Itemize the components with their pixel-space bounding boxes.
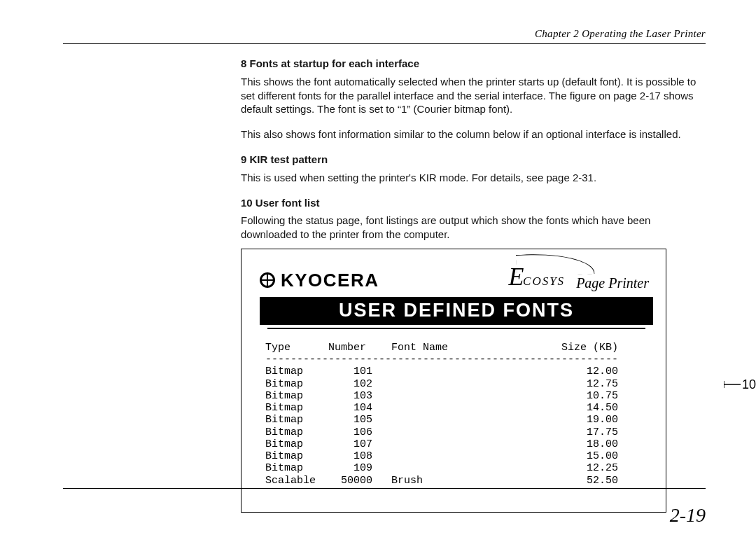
ecosys-logo: ECOSYS xyxy=(509,262,566,291)
body-text: 8 Fonts at startup for each interface Th… xyxy=(241,57,703,242)
bottom-rule xyxy=(63,488,706,489)
section-10-para-1: Following the status page, font listings… xyxy=(241,214,703,242)
kyocera-logo: KYOCERA xyxy=(260,270,379,291)
kyocera-wordmark: KYOCERA xyxy=(281,270,379,291)
section-10-heading: 10 User font list xyxy=(241,196,703,210)
under-rule xyxy=(267,328,645,329)
section-8-para-2: This also shows font information similar… xyxy=(241,127,703,141)
ecosys-block: ECOSYS Page Printer xyxy=(509,262,649,291)
callout-10: 10 xyxy=(724,377,756,392)
section-9-heading: 9 KIR test pattern xyxy=(241,153,703,167)
kyocera-mark-icon xyxy=(260,272,275,288)
top-rule xyxy=(63,43,706,44)
section-8-heading: 8 Fonts at startup for each interface xyxy=(241,57,703,71)
printout-panel: KYOCERA ECOSYS Page Printer USER DEFINED… xyxy=(241,249,666,513)
user-font-list-figure-wrap: KYOCERA ECOSYS Page Printer USER DEFINED… xyxy=(241,249,711,513)
ecosys-cap-e: E xyxy=(509,262,525,291)
page-number: 2-19 xyxy=(670,504,706,527)
ecosys-rest: COSYS xyxy=(523,275,565,289)
page-printer-label: Page Printer xyxy=(576,275,649,291)
user-font-table: Type Number Font Name Size (KB) --------… xyxy=(265,342,653,487)
callout-10-label: 10 xyxy=(742,377,756,392)
section-8-para-1: This shows the font automatically select… xyxy=(241,75,703,116)
callout-tick-icon xyxy=(724,384,741,385)
user-defined-fonts-bar: USER DEFINED FONTS xyxy=(260,297,653,325)
printout-header-row: KYOCERA ECOSYS Page Printer xyxy=(260,262,653,291)
running-header: Chapter 2 Operating the Laser Printer xyxy=(63,28,706,40)
section-9-para-1: This is used when setting the printer's … xyxy=(241,171,703,185)
manual-page: Chapter 2 Operating the Laser Printer 8 … xyxy=(0,0,756,535)
